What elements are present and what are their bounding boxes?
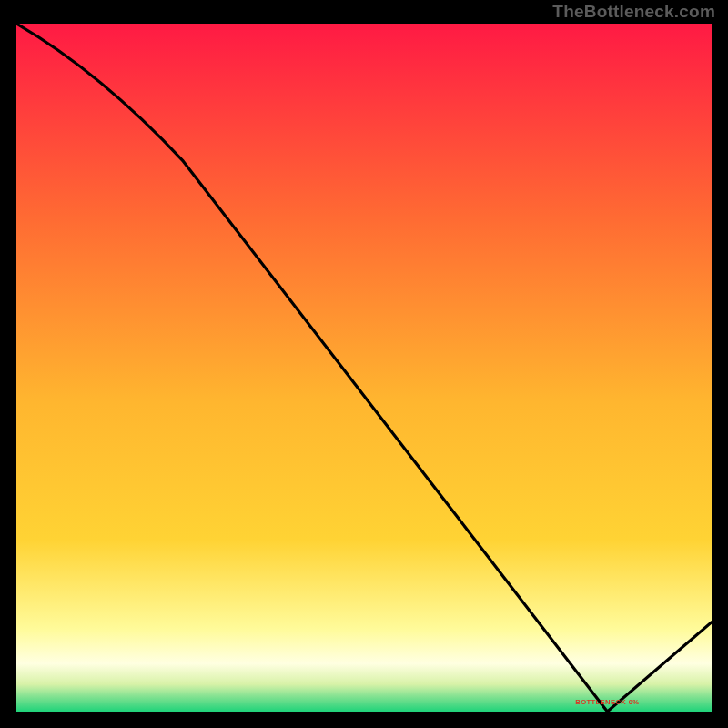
bottleneck-annotation: BOTTLENECK 0% xyxy=(575,698,639,706)
gradient-background xyxy=(16,24,712,712)
chart-svg: BOTTLENECK 0% xyxy=(16,24,712,712)
attribution-label: TheBottleneck.com xyxy=(552,2,715,22)
chart-container: TheBottleneck.com BOTTLENECK 0% xyxy=(0,0,728,728)
plot-area: BOTTLENECK 0% xyxy=(16,24,712,712)
